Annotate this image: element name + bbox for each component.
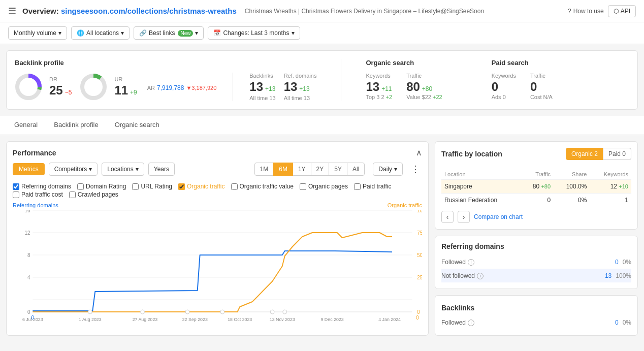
svg-text:100: 100 [417, 210, 422, 213]
svg-text:0: 0 [416, 315, 419, 321]
time-6m-button[interactable]: 6M [273, 163, 293, 176]
prev-page-button[interactable]: ‹ [441, 211, 454, 223]
paid-traffic-metric: Traffic 0 Cost N/A [530, 73, 553, 100]
col-location: Location [441, 169, 521, 180]
chevron-down-icon: ▾ [121, 29, 124, 37]
svg-text:25: 25 [417, 275, 422, 280]
time-1y-button[interactable]: 1Y [293, 163, 311, 176]
cell-location: Russian Federation [441, 194, 521, 207]
paid-tab[interactable]: Paid 0 [603, 148, 631, 160]
checkbox-organic-traffic[interactable]: Organic traffic [178, 183, 224, 190]
chevron-down-icon: ▾ [136, 166, 139, 173]
profile-sections: Backlink profile DR 25 [15, 59, 629, 101]
calendar-icon: 📅 [213, 29, 221, 37]
svg-point-24 [220, 310, 224, 314]
backlink-profile-section: Backlink profile DR 25 [15, 59, 316, 101]
checkbox-crawled-pages[interactable]: Crawled pages [69, 191, 118, 198]
chevron-down-icon: ▾ [195, 29, 198, 37]
tab-organic-search[interactable]: Organic search [107, 116, 168, 135]
backlinks-followed-row: Followed i 0 0% [441, 316, 631, 329]
legend-referring-domains: Referring domains [13, 202, 58, 208]
organic-tab[interactable]: Organic 2 [566, 148, 603, 160]
checkbox-referring-domains[interactable]: Referring domains [13, 183, 71, 190]
table-row: Russian Federation 0 0% 1 [441, 194, 631, 207]
cell-traffic: 80 +80 [521, 180, 554, 194]
info-icon[interactable]: i [468, 259, 474, 266]
dr-donut [15, 73, 42, 101]
svg-text:50: 50 [417, 252, 422, 258]
tab-backlink-profile[interactable]: Backlink profile [46, 116, 106, 135]
svg-text:75: 75 [417, 230, 422, 236]
checkbox-organic-pages[interactable]: Organic pages [300, 183, 348, 190]
cell-keywords: 1 [590, 194, 631, 207]
info-icon[interactable]: i [477, 273, 484, 279]
organic-keywords-metric: Keywords 13 +11 Top 3 2 +2 [366, 73, 392, 100]
api-button[interactable]: ⬡ API [608, 5, 636, 17]
performance-chart: 16 12 8 4 0 100 75 50 25 0 [13, 210, 422, 322]
ref-not-followed-label: Not followed i [441, 272, 484, 279]
url-link[interactable]: singseesoon.com/collections/christmas-wr… [61, 7, 237, 15]
time-1m-button[interactable]: 1M [254, 163, 274, 176]
info-icon[interactable]: i [468, 320, 474, 326]
cell-share: 0% [554, 194, 590, 207]
overview-label: Overview: [22, 7, 59, 15]
tab-general[interactable]: General [6, 116, 46, 135]
checkbox-url-rating[interactable]: URL Rating [132, 183, 172, 190]
checkbox-organic-traffic-value[interactable]: Organic traffic value [231, 183, 294, 190]
svg-text:0: 0 [417, 309, 420, 315]
pagination: ‹ › Compare on chart [441, 211, 631, 223]
time-2y-button[interactable]: 2Y [311, 163, 330, 176]
backlinks-metric: Backlinks 13 +13 All time 13 [249, 73, 275, 101]
performance-header: Performance ∧ [13, 148, 422, 157]
daily-dropdown[interactable]: Daily ▾ [373, 163, 403, 176]
svg-point-22 [141, 310, 145, 314]
collapse-button[interactable]: ∧ [416, 148, 422, 157]
svg-text:0: 0 [27, 309, 30, 315]
checkbox-paid-traffic-cost[interactable]: Paid traffic cost [13, 191, 63, 198]
monthly-volume-dropdown[interactable]: Monthly volume ▾ [8, 26, 67, 40]
menu-icon[interactable]: ☰ [8, 6, 16, 17]
svg-text:8: 8 [27, 252, 30, 258]
locations-button[interactable]: Locations ▾ [102, 163, 144, 176]
time-5y-button[interactable]: 5Y [329, 163, 347, 176]
checkboxes-row: Referring domains Domain Rating URL Rati… [13, 183, 422, 190]
how-to-use-button[interactable]: ? How to use [568, 8, 604, 15]
changes-dropdown[interactable]: 📅 Changes: Last 3 months ▾ [208, 26, 300, 40]
header-actions: ? How to use ⬡ API [568, 5, 636, 17]
time-all-button[interactable]: All [347, 163, 365, 176]
header: ☰ Overview: singseesoon.com/collections/… [0, 0, 644, 22]
cell-keywords: 12 +10 [590, 180, 631, 194]
all-locations-dropdown[interactable]: 🌐 All locations ▾ [71, 26, 130, 40]
location-tabs: Organic 2 Paid 0 [566, 148, 631, 160]
next-page-button[interactable]: › [458, 211, 470, 223]
metrics-button[interactable]: Metrics [13, 163, 45, 175]
best-links-dropdown[interactable]: 🔗 Best links New ▾ [134, 26, 204, 40]
competitors-button[interactable]: Competitors ▾ [49, 163, 98, 176]
chevron-down-icon: ▾ [58, 29, 61, 37]
ref-followed-row: Followed i 0 0% [441, 256, 631, 269]
cell-location: Singapore [441, 180, 521, 194]
svg-point-26 [283, 310, 287, 314]
svg-text:27 Aug 2023: 27 Aug 2023 [133, 317, 158, 322]
col-traffic: Traffic [521, 169, 554, 180]
backlinks-followed-label: Followed i [441, 319, 474, 326]
more-options-button[interactable]: ⋮ [409, 162, 422, 177]
svg-text:0: 0 [31, 315, 35, 321]
years-button[interactable]: Years [148, 163, 175, 176]
checkbox-domain-rating[interactable]: Domain Rating [77, 183, 126, 190]
backlink-profile-title: Backlink profile [15, 59, 316, 67]
backlinks-title: Backlinks [441, 304, 631, 312]
backlinks-card: Backlinks Followed i 0 0% [435, 295, 638, 336]
location-table: Location Traffic Share Keywords Singapor… [441, 169, 631, 207]
cell-traffic: 0 [521, 194, 554, 207]
page-title: Overview: singseesoon.com/collections/ch… [22, 7, 237, 15]
ar-metric: AR 7,919,788 ▼3,187,920 [147, 82, 217, 91]
svg-text:1 Aug 2023: 1 Aug 2023 [79, 317, 102, 322]
checkbox-paid-traffic[interactable]: Paid traffic [354, 183, 391, 190]
col-keywords: Keywords [590, 169, 631, 180]
ur-metric: UR 11 +9 [114, 76, 137, 98]
ref-followed-label: Followed i [441, 259, 474, 266]
compare-on-chart-button[interactable]: Compare on chart [474, 213, 523, 220]
toolbar: Monthly volume ▾ 🌐 All locations ▾ 🔗 Bes… [0, 22, 644, 44]
col-share: Share [554, 169, 590, 180]
